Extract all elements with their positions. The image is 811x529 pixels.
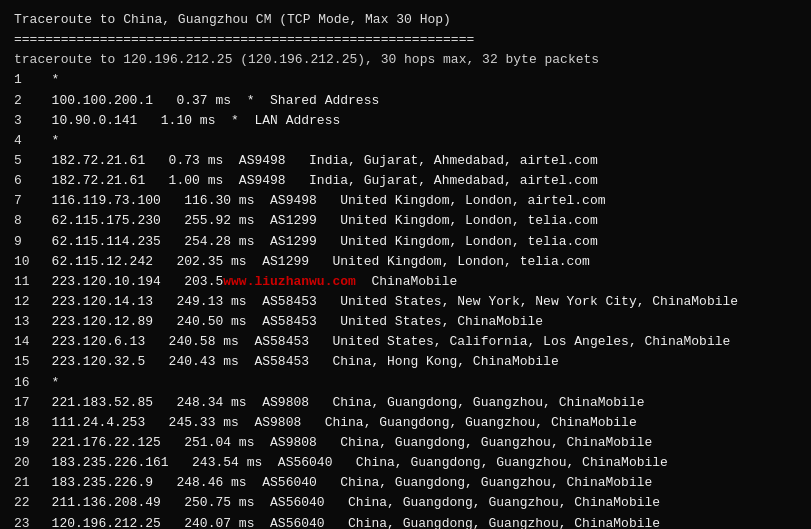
hop-line: 7 116.119.73.100 116.30 ms AS9498 United… <box>14 191 797 211</box>
hop-line: 20 183.235.226.161 243.54 ms AS56040 Chi… <box>14 453 797 473</box>
divider-line: ========================================… <box>14 30 797 50</box>
hop-line: 22 211.136.208.49 250.75 ms AS56040 Chin… <box>14 493 797 513</box>
hop-line: 5 182.72.21.61 0.73 ms AS9498 India, Guj… <box>14 151 797 171</box>
terminal: Traceroute to China, Guangzhou CM (TCP M… <box>14 10 797 519</box>
hop-line: 6 182.72.21.61 1.00 ms AS9498 India, Guj… <box>14 171 797 191</box>
title-line: Traceroute to China, Guangzhou CM (TCP M… <box>14 10 797 30</box>
hop-line: 12 223.120.14.13 249.13 ms AS58453 Unite… <box>14 292 797 312</box>
hop-line: 13 223.120.12.89 240.50 ms AS58453 Unite… <box>14 312 797 332</box>
hop-line: 21 183.235.226.9 248.46 ms AS56040 China… <box>14 473 797 493</box>
hop-line: 9 62.115.114.235 254.28 ms AS1299 United… <box>14 232 797 252</box>
hop-line: 11 223.120.10.194 203.5www.liuzhanwu.com… <box>14 272 797 292</box>
traceroute-cmd-line: traceroute to 120.196.212.25 (120.196.21… <box>14 50 797 70</box>
hop-line: 3 10.90.0.141 1.10 ms * LAN Address <box>14 111 797 131</box>
watermark: www.liuzhanwu.com <box>223 274 356 289</box>
hop-line: 17 221.183.52.85 248.34 ms AS9808 China,… <box>14 393 797 413</box>
hop-line: 10 62.115.12.242 202.35 ms AS1299 United… <box>14 252 797 272</box>
hop-line: 16 * <box>14 373 797 393</box>
hop-line: 14 223.120.6.13 240.58 ms AS58453 United… <box>14 332 797 352</box>
hop-line: 19 221.176.22.125 251.04 ms AS9808 China… <box>14 433 797 453</box>
hop-line: 15 223.120.32.5 240.43 ms AS58453 China,… <box>14 352 797 372</box>
hop-line: 18 111.24.4.253 245.33 ms AS9808 China, … <box>14 413 797 433</box>
hop-line: 4 * <box>14 131 797 151</box>
hop-line: 2 100.100.200.1 0.37 ms * Shared Address <box>14 91 797 111</box>
hop-line: 8 62.115.175.230 255.92 ms AS1299 United… <box>14 211 797 231</box>
hop-line: 23 120.196.212.25 240.07 ms AS56040 Chin… <box>14 514 797 529</box>
hop-line: 1 * <box>14 70 797 90</box>
